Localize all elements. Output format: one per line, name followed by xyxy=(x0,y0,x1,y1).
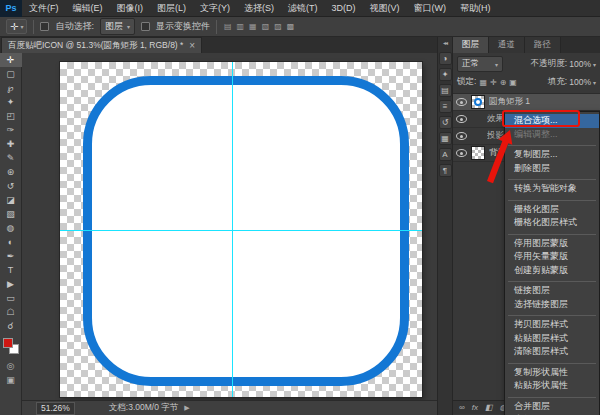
menu-item[interactable]: 图层(L) xyxy=(150,0,193,17)
info-panel-icon[interactable]: ≡ xyxy=(439,100,452,113)
gradient-tool[interactable]: ▧ xyxy=(0,207,22,221)
chevron-down-icon: ▾ xyxy=(20,23,23,30)
context-menu-item[interactable]: 合并图层 xyxy=(505,400,599,414)
context-menu-item[interactable]: 链接图层 xyxy=(505,284,599,298)
visibility-eye-icon[interactable] xyxy=(456,132,467,140)
history-panel-icon[interactable]: ↺ xyxy=(439,116,452,129)
blur-tool[interactable]: ◍ xyxy=(0,221,22,235)
context-menu-item[interactable]: 选择链接图层 xyxy=(505,298,599,312)
menu-item[interactable]: 3D(D) xyxy=(325,0,363,17)
move-tool[interactable]: ✛ xyxy=(0,53,22,67)
align-icon[interactable]: ▤ xyxy=(223,22,233,31)
layers-footer-icon[interactable]: fx xyxy=(472,403,478,412)
auto-select-target-dropdown[interactable]: 图层 ▾ xyxy=(100,18,135,35)
menu-item[interactable]: 滤镜(T) xyxy=(281,0,325,17)
crop-tool[interactable]: ◰ xyxy=(0,109,22,123)
menu-item[interactable]: 文件(F) xyxy=(22,0,66,17)
align-icon[interactable]: ▥ xyxy=(236,22,246,31)
context-menu-item[interactable]: 复制形状属性 xyxy=(505,366,599,380)
align-icon[interactable]: ▧ xyxy=(261,22,271,31)
paragraph-panel-icon[interactable]: ¶ xyxy=(439,164,452,177)
lock-icon[interactable]: ✛ xyxy=(490,78,497,87)
panel-tab[interactable]: 图层 xyxy=(453,37,489,53)
menu-item[interactable]: 选择(S) xyxy=(237,0,281,17)
align-icon[interactable]: ▦ xyxy=(248,22,258,31)
context-menu-item[interactable]: 清除图层样式 xyxy=(505,345,599,359)
quick-mask-button[interactable]: ◎ xyxy=(0,359,22,373)
clone-stamp-tool[interactable]: ⊛ xyxy=(0,165,22,179)
path-selection-tool[interactable]: ▶ xyxy=(0,277,22,291)
divider xyxy=(33,20,34,34)
foreground-color-swatch[interactable] xyxy=(3,338,13,348)
menu-item[interactable]: 帮助(H) xyxy=(453,0,498,17)
opacity-value[interactable]: 100% xyxy=(569,59,591,69)
lasso-tool[interactable]: ℘ xyxy=(0,81,22,95)
context-menu-item xyxy=(508,197,596,201)
document-area xyxy=(22,53,437,400)
panel-tab[interactable]: 通道 xyxy=(489,37,525,53)
hand-tool[interactable]: ☖ xyxy=(0,305,22,319)
show-transform-checkbox[interactable] xyxy=(141,22,150,31)
lock-icon[interactable]: ▣ xyxy=(509,78,517,87)
blend-mode-dropdown[interactable]: 正常 ▾ xyxy=(457,56,503,72)
context-menu-item[interactable]: 栅格化图层 xyxy=(505,203,599,217)
context-menu-item[interactable]: 转换为智能对象 xyxy=(505,182,599,196)
context-menu-item[interactable]: 创建剪贴蒙版 xyxy=(505,264,599,278)
status-options-arrow-icon[interactable]: ▶ xyxy=(184,404,189,412)
visibility-eye-icon[interactable] xyxy=(456,115,467,123)
visibility-eye-icon[interactable] xyxy=(456,98,467,106)
character-panel-icon[interactable]: A xyxy=(439,148,452,161)
pen-tool[interactable]: ✒ xyxy=(0,249,22,263)
panel-tab[interactable]: 路径 xyxy=(525,37,561,53)
lock-icon[interactable]: ⊕ xyxy=(500,78,507,87)
eyedropper-tool[interactable]: ✑ xyxy=(0,123,22,137)
eraser-tool[interactable]: ◪ xyxy=(0,193,22,207)
visibility-eye-icon[interactable] xyxy=(456,149,467,157)
lock-icon[interactable]: ▦ xyxy=(479,78,487,87)
context-menu-item[interactable]: 栅格化图层样式 xyxy=(505,216,599,230)
align-icon[interactable]: ▩ xyxy=(286,22,296,31)
zoom-level-field[interactable]: 51.26% xyxy=(36,402,75,415)
menu-item[interactable]: 视图(V) xyxy=(363,0,407,17)
fill-value[interactable]: 100% xyxy=(569,77,591,87)
styles-panel-icon[interactable]: ✦ xyxy=(439,68,452,81)
zoom-tool[interactable]: ☌ xyxy=(0,319,22,333)
canvas[interactable] xyxy=(60,62,422,397)
context-menu-item[interactable]: 粘贴形状属性 xyxy=(505,379,599,393)
context-menu-item[interactable]: 复制图层... xyxy=(505,148,599,162)
dodge-tool[interactable]: ◐ xyxy=(0,235,22,249)
layers-footer-icon[interactable]: ∞ xyxy=(459,403,465,412)
quick-selection-tool[interactable]: ✦ xyxy=(0,95,22,109)
layers-footer-icon[interactable]: ◧ xyxy=(485,403,493,412)
context-menu-item[interactable]: 编辑调整... xyxy=(505,128,599,142)
properties-panel-icon[interactable]: ▦ xyxy=(439,132,452,145)
adjustments-panel-icon[interactable]: ◑ xyxy=(439,52,452,65)
auto-select-checkbox[interactable] xyxy=(40,22,49,31)
context-menu-item[interactable]: 删除图层 xyxy=(505,162,599,176)
history-brush-tool[interactable]: ↺ xyxy=(0,179,22,193)
type-tool[interactable]: T xyxy=(0,263,22,277)
screen-mode-button[interactable]: ▣ xyxy=(0,373,22,387)
blend-mode-row: 正常 ▾ 不透明度: 100% ▾ xyxy=(453,53,600,74)
healing-brush-tool[interactable]: ✚ xyxy=(0,137,22,151)
context-menu-item[interactable]: 停用图层蒙版 xyxy=(505,237,599,251)
shape-tool[interactable]: ▭ xyxy=(0,291,22,305)
menu-item[interactable]: 文字(Y) xyxy=(193,0,237,17)
context-menu-item[interactable]: 拷贝图层样式 xyxy=(505,318,599,332)
menu-item[interactable]: 编辑(E) xyxy=(66,0,110,17)
context-menu-item[interactable]: 停用矢量蒙版 xyxy=(505,250,599,264)
marquee-tool[interactable]: ▢ xyxy=(0,67,22,81)
close-icon[interactable]: × xyxy=(189,40,195,51)
panel-dock-strip: ◂◂ ◑✦▤≡↺▦A¶ xyxy=(437,37,452,415)
swatches-panel-icon[interactable]: ▤ xyxy=(439,84,452,97)
menu-item[interactable]: 窗口(W) xyxy=(407,0,454,17)
tool-preset-picker[interactable]: ✛ ▾ xyxy=(6,19,27,34)
align-icon[interactable]: ▨ xyxy=(273,22,283,31)
collapse-panels-icon[interactable]: ◂◂ xyxy=(443,37,447,49)
brush-tool[interactable]: ✎ xyxy=(0,151,22,165)
context-menu-item[interactable]: 粘贴图层样式 xyxy=(505,332,599,346)
menu-item[interactable]: 图像(I) xyxy=(110,0,151,17)
圆角矩形 1[interactable]: 圆角矩形 1 xyxy=(453,94,600,111)
document-tab[interactable]: 百度贴吧ICON @ 51.3%(圆角矩形 1, RGB/8) * × xyxy=(1,37,202,53)
photoshop-logo: Ps xyxy=(0,0,22,17)
